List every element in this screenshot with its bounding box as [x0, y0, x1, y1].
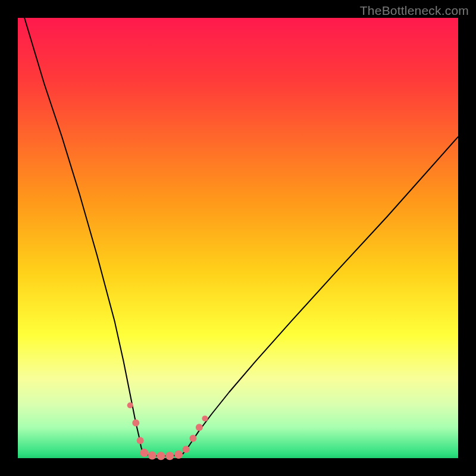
- marker-point: [132, 419, 139, 427]
- marker-point: [127, 402, 133, 408]
- chart-frame: TheBottleneck.com: [0, 0, 476, 476]
- plot-area: [18, 18, 458, 458]
- marker-point: [165, 452, 174, 460]
- watermark-text: TheBottleneck.com: [360, 4, 469, 18]
- marker-point: [157, 452, 165, 460]
- marker-point: [202, 415, 208, 421]
- marker-group: [127, 402, 208, 460]
- bottleneck-curve: [24, 18, 458, 456]
- marker-point: [196, 424, 203, 431]
- marker-point: [137, 437, 144, 444]
- marker-point: [174, 450, 183, 459]
- marker-point: [190, 435, 197, 442]
- marker-point: [140, 449, 148, 457]
- marker-point: [148, 452, 156, 460]
- curve-layer: [18, 18, 458, 458]
- marker-point: [183, 446, 190, 453]
